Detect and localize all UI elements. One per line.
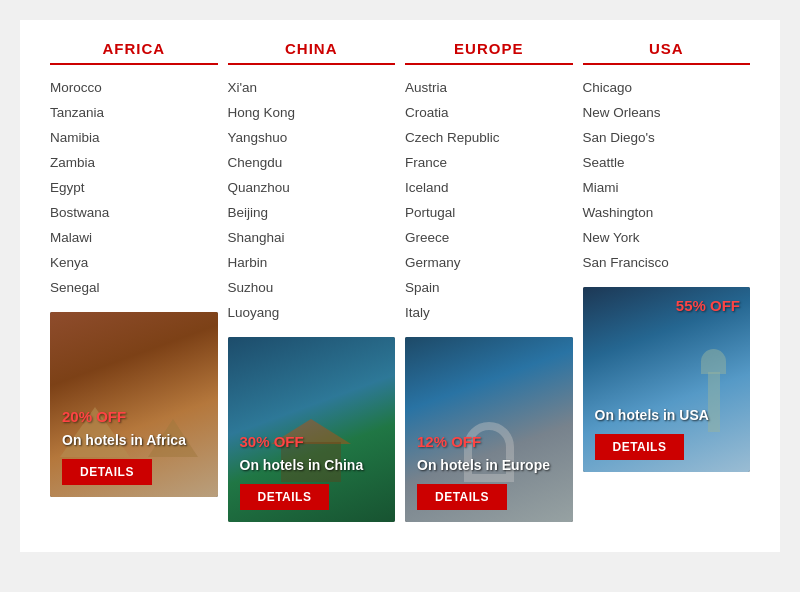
list-item[interactable]: Malawi <box>50 225 218 250</box>
promo-text: On hotels in Africa <box>62 431 206 449</box>
list-item[interactable]: France <box>405 150 573 175</box>
header-europe: EUROPE <box>405 40 573 65</box>
city-list-china: Xi'anHong KongYangshuoChengduQuanzhouBei… <box>228 75 396 325</box>
promo-card-china: 30% OFFOn hotels in ChinaDETAILS <box>228 337 396 522</box>
header-usa: USA <box>583 40 751 65</box>
list-item[interactable]: Tanzania <box>50 100 218 125</box>
promo-discount-top: 55% OFF <box>676 297 740 314</box>
list-item[interactable]: Miami <box>583 175 751 200</box>
list-item[interactable]: Bostwana <box>50 200 218 225</box>
promo-content: 12% OFFOn hotels in EuropeDETAILS <box>405 423 573 522</box>
promo-card-africa: 20% OFFOn hotels in AfricaDETAILS <box>50 312 218 497</box>
list-item[interactable]: Seattle <box>583 150 751 175</box>
list-item[interactable]: New Orleans <box>583 100 751 125</box>
list-item[interactable]: Austria <box>405 75 573 100</box>
details-button-europe[interactable]: DETAILS <box>417 484 507 510</box>
list-item[interactable]: Croatia <box>405 100 573 125</box>
statue-head-icon <box>701 349 726 374</box>
promo-text: On hotels in USA <box>595 406 739 424</box>
promo-text: On hotels in Europe <box>417 456 561 474</box>
list-item[interactable]: Egypt <box>50 175 218 200</box>
promo-card-europe: 12% OFFOn hotels in EuropeDETAILS <box>405 337 573 522</box>
list-item[interactable]: Shanghai <box>228 225 396 250</box>
list-item[interactable]: Chengdu <box>228 150 396 175</box>
promo-content: 20% OFFOn hotels in AfricaDETAILS <box>50 398 218 497</box>
list-item[interactable]: Czech Republic <box>405 125 573 150</box>
list-item[interactable]: Beijing <box>228 200 396 225</box>
list-item[interactable]: Spain <box>405 275 573 300</box>
list-item[interactable]: Iceland <box>405 175 573 200</box>
list-item[interactable]: Namibia <box>50 125 218 150</box>
list-item[interactable]: Portugal <box>405 200 573 225</box>
column-usa: USAChicagoNew OrleansSan Diego'sSeattleM… <box>583 40 751 522</box>
list-item[interactable]: Xi'an <box>228 75 396 100</box>
column-china: CHINAXi'anHong KongYangshuoChengduQuanzh… <box>228 40 396 522</box>
list-item[interactable]: Italy <box>405 300 573 325</box>
list-item[interactable]: Zambia <box>50 150 218 175</box>
list-item[interactable]: Senegal <box>50 275 218 300</box>
details-button-usa[interactable]: DETAILS <box>595 434 685 460</box>
details-button-africa[interactable]: DETAILS <box>62 459 152 485</box>
city-list-africa: MoroccoTanzaniaNamibiaZambiaEgyptBostwan… <box>50 75 218 300</box>
list-item[interactable]: San Francisco <box>583 250 751 275</box>
list-item[interactable]: Washington <box>583 200 751 225</box>
list-item[interactable]: Hong Kong <box>228 100 396 125</box>
list-item[interactable]: Yangshuo <box>228 125 396 150</box>
promo-text: On hotels in China <box>240 456 384 474</box>
list-item[interactable]: Morocco <box>50 75 218 100</box>
list-item[interactable]: Suzhou <box>228 275 396 300</box>
header-africa: AFRICA <box>50 40 218 65</box>
list-item[interactable]: Greece <box>405 225 573 250</box>
column-africa: AFRICAMoroccoTanzaniaNamibiaZambiaEgyptB… <box>50 40 218 522</box>
promo-discount: 30% OFF <box>240 433 304 450</box>
promo-content: On hotels in USADETAILS <box>583 396 751 472</box>
promo-discount: 20% OFF <box>62 408 126 425</box>
main-container: AFRICAMoroccoTanzaniaNamibiaZambiaEgyptB… <box>20 20 780 552</box>
list-item[interactable]: Chicago <box>583 75 751 100</box>
promo-card-usa: 55% OFFOn hotels in USADETAILS <box>583 287 751 472</box>
promo-discount: 12% OFF <box>417 433 481 450</box>
list-item[interactable]: San Diego's <box>583 125 751 150</box>
list-item[interactable]: New York <box>583 225 751 250</box>
header-china: CHINA <box>228 40 396 65</box>
list-item[interactable]: Germany <box>405 250 573 275</box>
list-item[interactable]: Kenya <box>50 250 218 275</box>
list-item[interactable]: Quanzhou <box>228 175 396 200</box>
column-europe: EUROPEAustriaCroatiaCzech RepublicFrance… <box>405 40 573 522</box>
list-item[interactable]: Harbin <box>228 250 396 275</box>
city-list-usa: ChicagoNew OrleansSan Diego'sSeattleMiam… <box>583 75 751 275</box>
list-item[interactable]: Luoyang <box>228 300 396 325</box>
city-list-europe: AustriaCroatiaCzech RepublicFranceIcelan… <box>405 75 573 325</box>
details-button-china[interactable]: DETAILS <box>240 484 330 510</box>
promo-content: 30% OFFOn hotels in ChinaDETAILS <box>228 423 396 522</box>
